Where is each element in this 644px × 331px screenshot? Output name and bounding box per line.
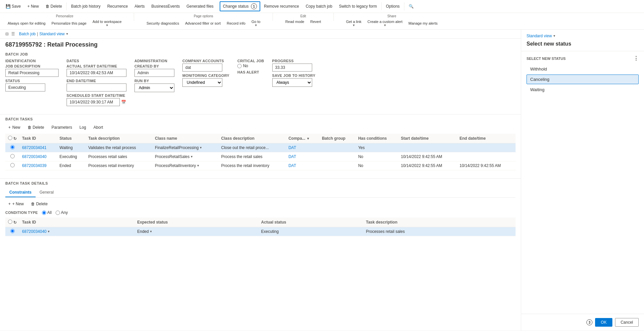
critical-no-radio[interactable] xyxy=(237,64,242,68)
task-description-cell: Processes retail inventory xyxy=(86,161,152,170)
class-name-dropdown[interactable]: ▼ xyxy=(190,155,193,158)
cancel-button[interactable]: Cancel xyxy=(615,318,639,327)
security-diagnostics-item[interactable]: Security diagnostics xyxy=(144,20,181,26)
batch-tasks-section: Batch tasks + New 🗑 Delete Parameters Lo… xyxy=(0,117,521,176)
batch-job-section: Batch job IDENTIFICATION Job description… xyxy=(0,52,521,111)
created-by-input[interactable] xyxy=(134,69,174,77)
save-job-select[interactable]: Always xyxy=(272,78,312,87)
copy-batch-job-button[interactable]: Copy batch job xyxy=(303,2,335,10)
alerts-button[interactable]: Alerts xyxy=(131,2,148,10)
revert-item[interactable]: Revert xyxy=(308,19,323,25)
tasks-new-button[interactable]: + New xyxy=(5,124,23,131)
tab-general[interactable]: General xyxy=(36,188,58,197)
ok-button[interactable]: OK xyxy=(595,318,612,327)
switch-legacy-button[interactable]: Switch to legacy form xyxy=(336,2,380,10)
save-button[interactable]: 💾 Save xyxy=(3,2,24,10)
add-workspace-item[interactable]: Add to workspace ▼ xyxy=(90,19,124,28)
all-radio[interactable] xyxy=(42,211,46,215)
any-radio[interactable] xyxy=(56,211,60,215)
right-panel-title: Select new status xyxy=(527,41,639,47)
calendar-icon[interactable]: 📅 xyxy=(121,100,126,104)
actual-start-input[interactable] xyxy=(67,69,126,77)
table-row[interactable]: 68720034039 Ended Processes retail inven… xyxy=(5,161,516,170)
get-a-link-item[interactable]: Get a link ▼ xyxy=(344,19,364,28)
menu-icon[interactable]: ☰ xyxy=(11,32,15,36)
class-name-dropdown[interactable]: ▼ xyxy=(197,164,200,167)
company-accounts-input[interactable] xyxy=(182,64,222,72)
recurrence-button[interactable]: Recurrence xyxy=(104,2,131,10)
detail-task-description-cell: Processes retail sales xyxy=(363,227,516,236)
details-new-button[interactable]: + + New xyxy=(5,200,27,208)
search-button[interactable]: 🔍 xyxy=(406,2,417,10)
table-row[interactable]: 68720034040▼ Ended▼ Executing Processes … xyxy=(5,227,516,236)
go-to-item[interactable]: Go to ▼ xyxy=(249,19,263,28)
task-id-dropdown[interactable]: ▼ xyxy=(47,230,50,233)
details-refresh-icon[interactable]: ↻ xyxy=(13,220,17,225)
tasks-parameters-button[interactable]: Parameters xyxy=(49,124,75,131)
create-alert-item[interactable]: Create a custom alert ▼ xyxy=(365,19,405,28)
progress-input[interactable] xyxy=(272,64,312,72)
always-open-item[interactable]: Always open for editing xyxy=(5,20,48,26)
task-row-radio[interactable] xyxy=(10,154,15,158)
task-company-cell: DAT xyxy=(286,152,320,161)
tasks-new-icon: + xyxy=(8,125,11,130)
table-row[interactable]: 68720034041 Waiting Validates the retail… xyxy=(5,143,516,152)
th-start-datetime: Start date/time xyxy=(398,134,457,143)
remove-recurrence-button[interactable]: Remove recurrence xyxy=(261,2,302,10)
filter-col-icon[interactable]: ▼ xyxy=(307,137,310,140)
options-button[interactable]: Options xyxy=(383,2,403,10)
detail-row-radio[interactable] xyxy=(10,229,15,233)
details-delete-button[interactable]: 🗑 Delete xyxy=(28,200,51,208)
filter-icon[interactable]: ⊟ xyxy=(5,32,9,36)
refresh-icon[interactable]: ↻ xyxy=(13,136,17,141)
table-row[interactable]: 68720034040 Executing Processes retail s… xyxy=(5,152,516,161)
breadcrumb-sep: | xyxy=(37,32,38,36)
run-by-select[interactable]: Admin xyxy=(134,83,174,92)
status-option[interactable]: Withhold xyxy=(527,64,639,74)
batch-job-history-button[interactable]: Batch job history xyxy=(68,2,104,10)
th-class-name: Class name xyxy=(152,134,218,143)
generated-files-button[interactable]: Generated files xyxy=(183,2,216,10)
personalize-page-item[interactable]: Personalize this page xyxy=(49,20,89,26)
monitoring-category-select[interactable]: Undefined xyxy=(182,78,222,87)
th-has-conditions: Has conditions xyxy=(355,134,398,143)
delete-button[interactable]: 🗑 Delete xyxy=(43,2,65,10)
task-batch-group-cell xyxy=(319,143,355,152)
progress-field-group: Progress xyxy=(272,59,316,72)
job-description-input[interactable] xyxy=(5,69,59,77)
read-mode-item[interactable]: Read mode xyxy=(283,19,307,25)
task-class-desc-cell: Process the retail sales xyxy=(219,152,286,161)
record-info-item[interactable]: Record info xyxy=(224,20,248,26)
tasks-delete-button[interactable]: 🗑 Delete xyxy=(25,124,47,131)
progress-group: Progress Save job to history Always xyxy=(272,59,316,87)
class-name-dropdown[interactable]: ▼ xyxy=(199,146,202,149)
expected-status-dropdown[interactable]: ▼ xyxy=(149,230,152,233)
manage-alerts-item[interactable]: Manage my alerts xyxy=(406,20,440,26)
dates-group: DATES Actual start date/time End date/ti… xyxy=(67,59,126,106)
details-select-all-radio[interactable] xyxy=(8,220,12,224)
critical-group: Critical Job No Has alert xyxy=(237,59,264,74)
status-option[interactable]: Canceling xyxy=(527,75,639,84)
batch-job-breadcrumb-link[interactable]: Batch job xyxy=(19,32,36,36)
end-datetime-input[interactable] xyxy=(67,83,126,91)
advanced-filter-item[interactable]: Advanced filter or sort xyxy=(183,20,223,26)
status-option[interactable]: Waiting xyxy=(527,85,639,94)
task-id-cell: 68720034039 xyxy=(19,161,57,170)
add-workspace-arrow: ▼ xyxy=(106,24,108,27)
change-status-button[interactable]: Change status 1 xyxy=(220,1,260,11)
select-all-radio[interactable] xyxy=(8,136,12,140)
new-button[interactable]: + New xyxy=(24,2,42,10)
task-row-radio[interactable] xyxy=(10,163,15,167)
administration-label: ADMINISTRATION xyxy=(134,59,174,63)
status-input[interactable] xyxy=(5,83,45,91)
standard-view-selector[interactable]: Standard view ▼ xyxy=(527,34,639,38)
tab-constraints[interactable]: Constraints xyxy=(5,188,36,197)
tasks-abort-button[interactable]: Abort xyxy=(91,124,106,131)
more-options-icon[interactable]: ⋮ xyxy=(633,55,639,62)
scheduled-start-input[interactable] xyxy=(67,98,120,106)
business-events-button[interactable]: BusinessEvents xyxy=(148,2,183,10)
standard-view-breadcrumb[interactable]: Standard view ▼ xyxy=(39,32,69,36)
th-company: Compa... ▼ xyxy=(286,134,320,143)
tasks-log-button[interactable]: Log xyxy=(77,124,89,131)
task-row-radio[interactable] xyxy=(10,145,15,149)
